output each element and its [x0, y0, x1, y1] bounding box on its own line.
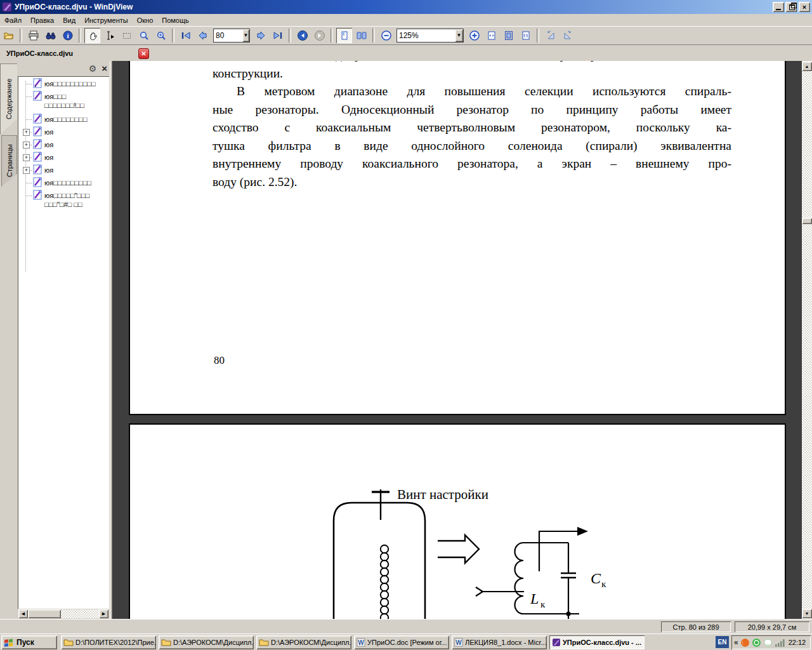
helix-coil [381, 545, 388, 619]
tree-item[interactable]: юя□□□□□□□□ [18, 113, 109, 126]
select-rect-tool-button[interactable] [119, 28, 134, 43]
main-area: Содержание Страницы ⚙ × юя□□□□□□□□□□ юя□… [0, 61, 812, 619]
equivalent-circuit [476, 531, 579, 614]
taskbar-button-word-1[interactable]: W УПриОС.doc [Режим ог... [354, 635, 449, 649]
menu-bar: Файл Правка Вид Инструменты Окно Помощь [0, 14, 812, 27]
expand-plus-icon[interactable]: + [23, 142, 30, 149]
sidebar-tab-contents-label: Содержание [5, 79, 13, 119]
last-page-icon [272, 30, 284, 41]
taskbar-button-word-2[interactable]: W ЛЕКЦИЯ8_1.docx - Micr... [452, 635, 547, 649]
sidebar-horizontal-scrollbar[interactable]: ◀ ▶ [18, 609, 108, 618]
single-page-icon [339, 30, 350, 41]
minimize-button[interactable] [773, 2, 784, 12]
menu-window[interactable]: Окно [133, 15, 158, 25]
contents-tree: юя□□□□□□□□□□ юя□□□□□□□□□□!□□ юя□□□□□□□□ … [18, 76, 109, 609]
output-arrowhead [577, 527, 588, 536]
start-button[interactable]: Пуск [1, 635, 57, 649]
panel-close-icon[interactable]: × [102, 65, 107, 72]
page-number-combo[interactable]: ▼ [213, 29, 250, 43]
zoom-combo[interactable]: ▼ [396, 29, 464, 43]
magnify-tool-button[interactable] [136, 28, 152, 43]
menu-file[interactable]: Файл [0, 15, 26, 25]
tree-item[interactable]: юя□□□□□□□□□□!□□ [18, 90, 109, 113]
taskbar-button-folder-1[interactable]: D:\ПОЛИТЕХ\2012\Прие... [61, 635, 156, 649]
actual-size-button[interactable] [518, 28, 534, 43]
scroll-left-button[interactable]: ◀ [18, 609, 28, 618]
printer-icon [28, 30, 39, 41]
zoom-out-button[interactable] [378, 28, 394, 43]
tray-orange-app-icon[interactable] [740, 638, 750, 647]
tree-item[interactable]: юя□□□□□□□□□ [18, 176, 109, 189]
expand-plus-icon[interactable]: + [23, 154, 30, 161]
tree-item-expandable[interactable]: + юя [18, 126, 109, 138]
vertical-scrollbar[interactable]: ▲ ▼ [802, 61, 812, 619]
rotate-left-button[interactable] [542, 28, 558, 43]
zoom-select-tool-button[interactable] [153, 28, 169, 43]
clock[interactable]: 22:12 [789, 639, 806, 646]
tab-close-button[interactable]: ✕ [138, 48, 149, 59]
folder-icon [161, 639, 171, 647]
vertical-scroll-thumb[interactable] [802, 218, 812, 224]
rotate-right-button[interactable] [560, 28, 575, 43]
figure-2-52: Винт настройки [130, 425, 785, 619]
close-button[interactable]: × [799, 2, 810, 12]
fit-page-button[interactable] [501, 28, 516, 43]
menu-tools[interactable]: Инструменты [80, 15, 133, 25]
tree-item-expandable[interactable]: + юя [18, 151, 109, 164]
scroll-down-button[interactable]: ▼ [802, 609, 812, 618]
open-button[interactable] [1, 28, 16, 43]
page-number-input[interactable] [214, 29, 242, 42]
tree-item[interactable]: юя□□□□□□□□□□ [18, 77, 109, 90]
back-button[interactable] [294, 28, 310, 43]
first-page-button[interactable] [178, 28, 193, 43]
scroll-track[interactable] [61, 609, 99, 618]
print-button[interactable] [25, 28, 41, 43]
tray-network-signal-icon[interactable] [775, 639, 785, 647]
menu-view[interactable]: Вид [58, 15, 80, 25]
expand-plus-icon[interactable]: + [23, 167, 30, 174]
facing-pages-layout-button[interactable] [353, 28, 369, 43]
taskbar-button-windjview[interactable]: УПриОС-класс.djvu - ... [549, 635, 645, 649]
last-page-button[interactable] [270, 28, 285, 43]
zoom-input[interactable] [397, 29, 455, 42]
hand-tool-button[interactable] [84, 28, 100, 43]
forward-button[interactable] [311, 28, 327, 43]
restore-button[interactable] [785, 2, 797, 12]
single-page-layout-button[interactable] [336, 28, 352, 43]
tree-item-expandable[interactable]: + юя [18, 138, 109, 151]
language-indicator[interactable]: EN [716, 636, 729, 648]
tree-item-expandable[interactable]: + юя [18, 164, 109, 176]
taskbar-button-folder-2[interactable]: D:\АЭРОКОСМ\Дисципл... [159, 635, 254, 649]
status-page-info: Стр. 80 из 289 [661, 621, 731, 632]
scroll-thumb[interactable] [28, 609, 61, 618]
tray-collapse-icon[interactable]: « [734, 638, 738, 647]
menu-help[interactable]: Помощь [157, 15, 193, 25]
sidebar-tab-strip: Содержание Страницы [0, 61, 17, 619]
prev-page-button[interactable] [195, 28, 211, 43]
text-line: В метровом диапазоне для повышения селек… [213, 83, 731, 101]
contents-panel-header: ⚙ × [17, 62, 107, 75]
document-area[interactable]: ются высокой добротностью, стабильностью… [112, 61, 802, 619]
window-title: УПриОС-класс.djvu - WinDjView [15, 3, 133, 11]
next-page-button[interactable] [252, 28, 268, 43]
scroll-up-button[interactable]: ▲ [802, 62, 812, 71]
zoom-in-button[interactable] [466, 28, 482, 43]
tray-messenger-icon[interactable] [763, 638, 773, 647]
page-dropdown-button[interactable]: ▼ [242, 29, 249, 42]
fit-width-button[interactable] [483, 28, 499, 43]
about-button[interactable]: i [60, 28, 75, 43]
text-line: внутреннему проводу коаксиального резона… [213, 155, 731, 173]
select-text-tool-button[interactable] [102, 28, 117, 43]
tree-item[interactable]: юя□□□□□"□□□□□□"□#□ □□ [18, 189, 109, 212]
expand-plus-icon[interactable]: + [23, 129, 30, 136]
scroll-right-button[interactable]: ▶ [99, 609, 108, 618]
sidebar-tab-pages[interactable]: Страницы [1, 135, 17, 187]
document-tab[interactable]: УПриОС-класс.djvu ✕ [1, 46, 158, 61]
settings-gear-icon[interactable]: ⚙ [89, 63, 97, 74]
menu-edit[interactable]: Правка [26, 15, 58, 25]
taskbar-button-folder-3[interactable]: D:\АЭРОКОСМ\Дисципл... [256, 635, 351, 649]
find-button[interactable] [43, 28, 58, 43]
tray-antivirus-icon[interactable] [752, 638, 761, 647]
sidebar-tab-contents[interactable]: Содержание [0, 63, 18, 135]
zoom-dropdown-button[interactable]: ▼ [455, 29, 463, 42]
